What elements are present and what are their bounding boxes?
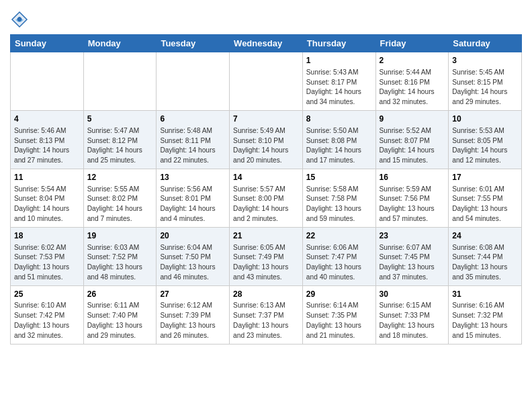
weekday-header-sunday: Sunday: [11, 35, 84, 52]
svg-point-2: [17, 17, 21, 21]
cell-info: Sunrise: 6:06 AM Sunset: 7:47 PM Dayligh…: [306, 243, 372, 283]
day-number: 8: [306, 113, 372, 125]
cell-info: Sunrise: 6:11 AM Sunset: 7:40 PM Dayligh…: [87, 301, 153, 340]
calendar-cell: 4Sunrise: 5:46 AM Sunset: 8:13 PM Daylig…: [11, 110, 84, 169]
weekday-header-tuesday: Tuesday: [157, 35, 230, 52]
calendar-cell: 26Sunrise: 6:11 AM Sunset: 7:40 PM Dayli…: [83, 285, 157, 344]
calendar-cell: 12Sunrise: 5:55 AM Sunset: 8:02 PM Dayli…: [83, 169, 157, 227]
cell-info: Sunrise: 5:50 AM Sunset: 8:08 PM Dayligh…: [306, 126, 372, 166]
cell-info: Sunrise: 5:52 AM Sunset: 8:07 PM Dayligh…: [380, 126, 445, 166]
day-number: 4: [14, 113, 80, 125]
calendar-cell: 8Sunrise: 5:50 AM Sunset: 8:08 PM Daylig…: [302, 110, 375, 169]
calendar-cell: 7Sunrise: 5:49 AM Sunset: 8:10 PM Daylig…: [230, 110, 303, 169]
day-number: 22: [306, 230, 372, 242]
cell-info: Sunrise: 6:01 AM Sunset: 7:55 PM Dayligh…: [452, 185, 518, 224]
calendar-cell: 20Sunrise: 6:04 AM Sunset: 7:50 PM Dayli…: [157, 227, 230, 285]
calendar-cell: 16Sunrise: 5:59 AM Sunset: 7:56 PM Dayli…: [375, 169, 449, 227]
calendar-cell: 27Sunrise: 6:12 AM Sunset: 7:39 PM Dayli…: [157, 285, 230, 344]
day-number: 15: [306, 172, 372, 183]
day-number: 7: [233, 113, 299, 125]
day-number: 31: [452, 289, 518, 300]
cell-info: Sunrise: 6:16 AM Sunset: 7:32 PM Dayligh…: [452, 301, 518, 340]
day-number: 9: [380, 113, 445, 125]
cell-info: Sunrise: 6:15 AM Sunset: 7:33 PM Dayligh…: [380, 301, 445, 340]
cell-info: Sunrise: 5:54 AM Sunset: 8:04 PM Dayligh…: [14, 185, 80, 224]
cell-info: Sunrise: 6:05 AM Sunset: 7:49 PM Dayligh…: [233, 243, 299, 283]
day-number: 13: [160, 172, 226, 183]
cell-info: Sunrise: 5:43 AM Sunset: 8:17 PM Dayligh…: [306, 68, 372, 107]
cell-info: Sunrise: 5:49 AM Sunset: 8:10 PM Dayligh…: [233, 126, 299, 166]
cell-info: Sunrise: 5:59 AM Sunset: 7:56 PM Dayligh…: [380, 185, 445, 224]
day-number: 3: [452, 55, 518, 66]
day-number: 24: [452, 230, 518, 242]
day-number: 5: [87, 113, 153, 125]
cell-info: Sunrise: 6:03 AM Sunset: 7:52 PM Dayligh…: [87, 243, 153, 283]
cell-info: Sunrise: 6:08 AM Sunset: 7:44 PM Dayligh…: [452, 243, 518, 283]
calendar-cell: 28Sunrise: 6:13 AM Sunset: 7:37 PM Dayli…: [230, 285, 303, 344]
calendar-cell: [11, 52, 84, 111]
week-row-4: 18Sunrise: 6:02 AM Sunset: 7:53 PM Dayli…: [11, 227, 522, 285]
calendar-cell: 24Sunrise: 6:08 AM Sunset: 7:44 PM Dayli…: [449, 227, 522, 285]
week-row-3: 11Sunrise: 5:54 AM Sunset: 8:04 PM Dayli…: [11, 169, 522, 227]
day-number: 29: [306, 289, 372, 300]
calendar-cell: [157, 52, 230, 111]
calendar-cell: 11Sunrise: 5:54 AM Sunset: 8:04 PM Dayli…: [11, 169, 84, 227]
day-number: 27: [160, 289, 226, 300]
day-number: 16: [380, 172, 445, 183]
calendar-cell: 21Sunrise: 6:05 AM Sunset: 7:49 PM Dayli…: [230, 227, 303, 285]
cell-info: Sunrise: 5:57 AM Sunset: 8:00 PM Dayligh…: [233, 185, 299, 224]
calendar-cell: 25Sunrise: 6:10 AM Sunset: 7:42 PM Dayli…: [11, 285, 84, 344]
cell-info: Sunrise: 5:45 AM Sunset: 8:15 PM Dayligh…: [452, 68, 518, 107]
logo: [10, 10, 32, 29]
day-number: 20: [160, 230, 226, 242]
calendar-cell: 19Sunrise: 6:03 AM Sunset: 7:52 PM Dayli…: [83, 227, 157, 285]
day-number: 14: [233, 172, 299, 183]
calendar-cell: 22Sunrise: 6:06 AM Sunset: 7:47 PM Dayli…: [302, 227, 375, 285]
weekday-header-row: SundayMondayTuesdayWednesdayThursdayFrid…: [11, 35, 522, 52]
cell-info: Sunrise: 6:07 AM Sunset: 7:45 PM Dayligh…: [380, 243, 445, 283]
logo-icon: [10, 10, 29, 29]
cell-info: Sunrise: 6:14 AM Sunset: 7:35 PM Dayligh…: [306, 301, 372, 340]
day-number: 19: [87, 230, 153, 242]
calendar-cell: 23Sunrise: 6:07 AM Sunset: 7:45 PM Dayli…: [375, 227, 449, 285]
calendar-cell: 18Sunrise: 6:02 AM Sunset: 7:53 PM Dayli…: [11, 227, 84, 285]
cell-info: Sunrise: 5:56 AM Sunset: 8:01 PM Dayligh…: [160, 185, 226, 224]
weekday-header-saturday: Saturday: [449, 35, 522, 52]
cell-info: Sunrise: 6:13 AM Sunset: 7:37 PM Dayligh…: [233, 301, 299, 340]
cell-info: Sunrise: 5:46 AM Sunset: 8:13 PM Dayligh…: [14, 126, 80, 166]
cell-info: Sunrise: 6:02 AM Sunset: 7:53 PM Dayligh…: [14, 243, 80, 283]
day-number: 18: [14, 230, 80, 242]
calendar-cell: 15Sunrise: 5:58 AM Sunset: 7:58 PM Dayli…: [302, 169, 375, 227]
calendar-cell: 6Sunrise: 5:48 AM Sunset: 8:11 PM Daylig…: [157, 110, 230, 169]
calendar-cell: 10Sunrise: 5:53 AM Sunset: 8:05 PM Dayli…: [449, 110, 522, 169]
cell-info: Sunrise: 5:55 AM Sunset: 8:02 PM Dayligh…: [87, 185, 153, 224]
day-number: 25: [14, 289, 80, 300]
cell-info: Sunrise: 5:44 AM Sunset: 8:16 PM Dayligh…: [380, 68, 445, 107]
day-number: 21: [233, 230, 299, 242]
calendar-cell: 14Sunrise: 5:57 AM Sunset: 8:00 PM Dayli…: [230, 169, 303, 227]
calendar-cell: 17Sunrise: 6:01 AM Sunset: 7:55 PM Dayli…: [449, 169, 522, 227]
page-header: [10, 7, 522, 29]
weekday-header-monday: Monday: [83, 35, 157, 52]
calendar-cell: 2Sunrise: 5:44 AM Sunset: 8:16 PM Daylig…: [375, 52, 449, 111]
week-row-2: 4Sunrise: 5:46 AM Sunset: 8:13 PM Daylig…: [11, 110, 522, 169]
calendar-table: SundayMondayTuesdayWednesdayThursdayFrid…: [10, 34, 522, 345]
day-number: 11: [14, 172, 80, 183]
cell-info: Sunrise: 5:58 AM Sunset: 7:58 PM Dayligh…: [306, 185, 372, 224]
day-number: 28: [233, 289, 299, 300]
day-number: 2: [380, 55, 445, 66]
calendar-cell: 3Sunrise: 5:45 AM Sunset: 8:15 PM Daylig…: [449, 52, 522, 111]
weekday-header-friday: Friday: [375, 35, 449, 52]
cell-info: Sunrise: 5:47 AM Sunset: 8:12 PM Dayligh…: [87, 126, 153, 166]
calendar-cell: [230, 52, 303, 111]
cell-info: Sunrise: 6:10 AM Sunset: 7:42 PM Dayligh…: [14, 301, 80, 340]
calendar-cell: [83, 52, 157, 111]
day-number: 30: [380, 289, 445, 300]
day-number: 12: [87, 172, 153, 183]
day-number: 6: [160, 113, 226, 125]
calendar-cell: 30Sunrise: 6:15 AM Sunset: 7:33 PM Dayli…: [375, 285, 449, 344]
calendar-cell: 31Sunrise: 6:16 AM Sunset: 7:32 PM Dayli…: [449, 285, 522, 344]
cell-info: Sunrise: 6:04 AM Sunset: 7:50 PM Dayligh…: [160, 243, 226, 283]
week-row-1: 1Sunrise: 5:43 AM Sunset: 8:17 PM Daylig…: [11, 52, 522, 111]
week-row-5: 25Sunrise: 6:10 AM Sunset: 7:42 PM Dayli…: [11, 285, 522, 344]
